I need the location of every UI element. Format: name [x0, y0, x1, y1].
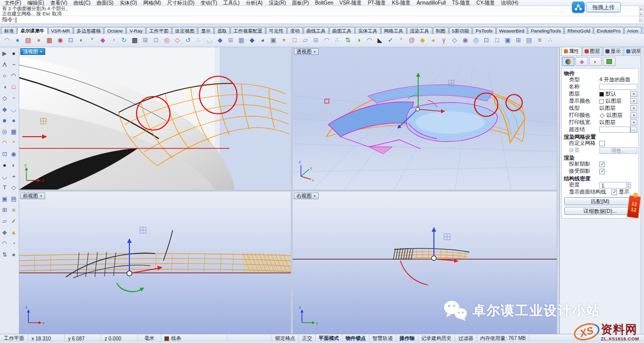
rotate-view-icon[interactable]: ↻ [119, 35, 129, 46]
toolbar-tab[interactable]: 可见性 [266, 27, 287, 34]
menu-item[interactable]: BoltGen [312, 0, 336, 6]
toolbar-tab[interactable]: WeaverBird [496, 27, 527, 34]
grid-ball-icon[interactable]: ⊞ [513, 35, 524, 46]
stone-icon[interactable]: ◆ [0, 227, 9, 238]
sphere-pair-icon[interactable]: ● [9, 115, 18, 126]
checker-box-icon[interactable]: ▦ [44, 35, 55, 46]
menu-item[interactable]: 工具(L) [220, 0, 243, 6]
status-toggle[interactable]: 智慧轨迹 [369, 334, 396, 342]
select-arrow-icon[interactable]: ▶ [0, 48, 9, 59]
viewport-label-right[interactable]: 右视图▼ [294, 193, 319, 199]
circle-icon[interactable]: ○ [0, 71, 9, 81]
panel-grid-icon[interactable]: ▦ [236, 35, 247, 46]
check-icon[interactable]: ✓ [9, 216, 18, 227]
toolbar-tab[interactable]: 设定视图 [172, 27, 197, 34]
menu-item[interactable]: ArmadilloFull [414, 0, 449, 6]
blue-frame-icon[interactable]: □ [492, 35, 502, 46]
top-viewport-canvas[interactable]: xy [19, 47, 291, 190]
blocks-icon[interactable]: ▣ [0, 194, 9, 204]
leaf-icon[interactable]: ◑ [353, 35, 364, 46]
menu-item[interactable]: 查看(V) [47, 0, 70, 6]
torus-icon[interactable]: ◎ [0, 127, 9, 137]
conic-icon[interactable]: ◑ [0, 82, 9, 92]
orbit-curve-icon[interactable]: ◠ [2, 35, 12, 46]
panel-tab-display[interactable]: 显示 [603, 47, 623, 55]
menu-item[interactable]: CY-随意 [473, 0, 498, 6]
panel-tab-properties[interactable]: 属性 [561, 47, 582, 55]
polygon-icon[interactable]: ◇ [0, 93, 9, 104]
perspective-viewport-canvas[interactable]: x y z [293, 47, 557, 190]
toolbar-tab[interactable]: VSR-MR [48, 27, 73, 34]
handle-curve-icon[interactable]: ~ [9, 93, 18, 104]
detail-box-icon[interactable]: ⊞ [0, 205, 9, 215]
object-properties-icon[interactable] [562, 57, 574, 66]
node-ball-icon[interactable]: ◉ [460, 35, 470, 46]
sketch-icon[interactable]: ◔ [9, 238, 18, 249]
drag-upload-button[interactable]: 拖拽上传 [586, 2, 621, 12]
cards-icon[interactable]: ▱ [0, 216, 9, 227]
name-input[interactable] [599, 84, 637, 90]
cat-head-icon[interactable]: ◕ [428, 35, 438, 46]
world-sphere-icon[interactable]: ● [12, 35, 23, 46]
text-icon[interactable]: T [0, 182, 9, 193]
join-icon[interactable]: ⊡ [0, 149, 9, 160]
hyperlink-input[interactable] [599, 127, 630, 133]
shear-card-icon[interactable]: ▱ [300, 35, 311, 46]
shade-hand-icon[interactable]: ◔ [108, 35, 119, 46]
rectangle-icon[interactable]: □ [9, 82, 18, 92]
cast-shadows-checkbox[interactable] [599, 162, 605, 167]
status-toggle[interactable]: 过滤器 [455, 334, 477, 342]
menu-item[interactable]: KS-随意 [389, 0, 414, 6]
show-isocurves-checkbox[interactable] [612, 190, 617, 195]
phone-dial-icon[interactable]: ◠ [364, 35, 375, 46]
toolbar-tab[interactable]: Arion [624, 27, 641, 34]
point-cloud-icon[interactable]: ∴ [193, 35, 204, 46]
toolbar-tab[interactable]: 曲线工具 [303, 27, 329, 34]
gamma-curve-icon[interactable]: γ [438, 35, 449, 46]
stack-icon[interactable]: ▤ [9, 194, 18, 204]
caliper-icon[interactable]: ⇅ [0, 250, 9, 260]
unit-cube-icon[interactable]: ⊡ [65, 35, 76, 46]
viewport-label-top[interactable]: 顶视图▼ [20, 48, 45, 55]
array-icon[interactable]: ▦ [9, 127, 18, 137]
front-viewport-canvas[interactable]: zx [19, 192, 291, 334]
menu-item[interactable]: 分析(A) [243, 0, 265, 6]
flame-blue-icon[interactable]: ∴ [545, 35, 556, 46]
notes-icon[interactable] [603, 57, 616, 66]
toolbar-tab[interactable]: 渲染工具 [407, 27, 432, 34]
menu-item[interactable]: 说明(H) [498, 0, 521, 6]
surface-corner-icon[interactable]: ◡ [9, 104, 18, 115]
status-toggle[interactable]: 锁定格点 [272, 334, 299, 342]
walk-mode-icon[interactable]: * [87, 35, 97, 46]
texture-map-icon[interactable]: ◐ [76, 35, 87, 46]
toolbar-tab[interactable]: 工作平面 [146, 27, 172, 34]
toolbar-tab[interactable]: PanelingTools [528, 27, 564, 34]
scroll-up-icon[interactable]: ▲ [639, 7, 643, 11]
toolbar-tab[interactable]: 工作视窗配置 [230, 27, 265, 34]
spark-burst-icon[interactable]: * [396, 35, 406, 46]
dot-grid-icon[interactable]: ⊞ [225, 35, 236, 46]
panel-scrollbar[interactable] [640, 47, 644, 334]
toolbar-tab[interactable]: Octane [104, 27, 126, 34]
bowl-surface-icon[interactable]: ◡ [204, 35, 215, 46]
toolbar-tab[interactable]: 显示 [198, 27, 214, 34]
gem-deep-icon[interactable]: ◆ [247, 35, 257, 46]
menu-item[interactable]: 编辑(E) [24, 0, 47, 6]
copy-frame-icon[interactable]: ⊞ [140, 35, 151, 46]
pen-layers-icon[interactable]: ≡ [534, 35, 545, 46]
explode-icon[interactable]: * [9, 138, 18, 148]
linetype-dropdown[interactable] [630, 105, 637, 111]
window-frame-icon[interactable]: ▣ [502, 35, 513, 46]
menu-item[interactable]: 尺寸标注(D) [164, 0, 197, 6]
custom-mesh-checkbox[interactable] [599, 141, 605, 146]
id-card-icon[interactable]: ▤ [524, 35, 534, 46]
green-ball-icon[interactable]: ● [9, 250, 18, 260]
toolbar-tab[interactable]: 变动 [287, 27, 303, 34]
toolbar-tab[interactable]: 5新功能 [449, 27, 472, 34]
sun-sphere-icon[interactable]: ● [33, 35, 44, 46]
frame-capture-icon[interactable]: ▣ [268, 35, 279, 46]
menu-item[interactable]: 曲面(S) [93, 0, 116, 6]
sign-check-icon[interactable]: ✓ [385, 35, 396, 46]
print-width-dropdown[interactable] [630, 119, 637, 126]
pyramid-icon[interactable]: ▲ [9, 227, 18, 238]
